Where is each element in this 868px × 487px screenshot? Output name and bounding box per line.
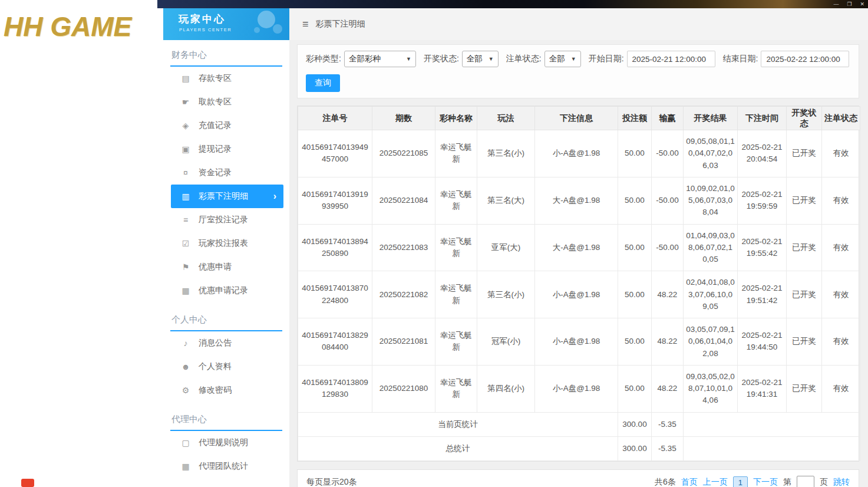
- draw-status-select[interactable]: 全部 ▼: [462, 51, 499, 67]
- bet-status-select[interactable]: 全部 ▼: [544, 51, 581, 67]
- cell-bet_status: 有效: [822, 130, 860, 177]
- page-jump-input[interactable]: [797, 476, 814, 487]
- sidebar-section-title: 个人中心: [170, 311, 282, 331]
- cell-bet_no: 401569174013809129830: [298, 365, 372, 412]
- cell-bet_time: 2025-02-21 20:04:54: [738, 130, 787, 177]
- sidebar-item-agent-team-stats[interactable]: ▦代理团队统计: [163, 455, 289, 478]
- cell-bet_time: 2025-02-21 19:55:42: [738, 224, 787, 271]
- player-bet-report-icon: ☑: [180, 239, 192, 248]
- sidebar-item-change-password[interactable]: ⚙修改密码: [163, 379, 289, 402]
- cell-bet_info: 小-A盘@1.98: [535, 271, 618, 318]
- sidebar-item-withdraw-zone[interactable]: ☛取款专区: [163, 90, 289, 114]
- filter-panel: 彩种类型: 全部彩种 ▼ 开奖状态: 全部 ▼ 注单状态:: [297, 44, 859, 98]
- sidebar-header: 玩家中心 PLAYERS CENTER: [163, 8, 289, 40]
- close-icon[interactable]: ✕: [860, 2, 864, 7]
- cell-period: 20250221081: [372, 318, 435, 366]
- cell-period: 20250221082: [372, 271, 435, 318]
- lottery-bet-details-icon: ▥: [180, 192, 192, 201]
- jump-button[interactable]: 跳转: [833, 477, 850, 487]
- minimize-icon[interactable]: —: [833, 2, 839, 7]
- cell-win_loss: 48.22: [652, 318, 684, 366]
- sidebar-item-label: 消息公告: [199, 338, 232, 348]
- cell-play: 冠军(小): [477, 318, 535, 366]
- chevron-down-icon: ▼: [406, 56, 411, 62]
- promo-apply-records-icon: ▦: [180, 286, 192, 295]
- start-date-label: 开始日期:: [589, 54, 624, 64]
- profile-icon: ☻: [180, 362, 192, 371]
- sidebar-section-title: 财务中心: [170, 46, 282, 67]
- cell-draw_status: 已开奖: [787, 365, 822, 412]
- cell-win_loss: -50.00: [652, 130, 684, 177]
- sidebar-item-promo-apply[interactable]: ⚑优惠申请: [163, 255, 289, 279]
- cell-bet_status: 有效: [822, 365, 860, 412]
- maximize-icon[interactable]: ❐: [847, 2, 852, 7]
- column-header: 开奖结果: [684, 107, 738, 130]
- cell-bet_info: 大-A盘@1.98: [535, 224, 618, 271]
- cell-win_loss: 48.22: [652, 271, 684, 318]
- column-header: 下注信息: [535, 107, 618, 130]
- end-date-label: 结束日期:: [723, 54, 758, 64]
- summary-cell: [684, 412, 860, 436]
- window-titlebar: — ❐ ✕: [157, 0, 868, 8]
- cell-lottery: 幸运飞艇新: [435, 224, 477, 271]
- jump-suffix-label: 页: [820, 477, 828, 487]
- bets-table: 注单号期数彩种名称玩法下注信息投注额输赢开奖结果下注时间开奖状态注单状态4015…: [298, 106, 860, 461]
- agent-rules-icon: ▢: [180, 438, 192, 447]
- sidebar-item-profile[interactable]: ☻个人资料: [163, 355, 289, 379]
- sidebar-item-promo-apply-records[interactable]: ▦优惠申请记录: [163, 279, 289, 302]
- cell-amount: 50.00: [618, 177, 652, 224]
- column-header: 输赢: [652, 107, 684, 130]
- sidebar-item-withdraw-records[interactable]: ▣提现记录: [163, 137, 289, 161]
- draw-status-label: 开奖状态:: [424, 54, 459, 64]
- sidebar-item-label: 优惠申请记录: [199, 285, 248, 296]
- brand-area: HH GAME: [0, 0, 163, 487]
- summary-cell: 300.00: [618, 436, 652, 460]
- column-header: 开奖状态: [787, 107, 822, 130]
- summary-cell: 300.00: [618, 412, 652, 436]
- table-row: 40156917401389425089020250221083幸运飞艇新亚军(…: [298, 224, 860, 271]
- main-area: ≡ 彩票下注明细 彩种类型: 全部彩种 ▼ 开奖状态: 全部 ▼: [289, 8, 868, 487]
- start-date-input[interactable]: [627, 51, 715, 67]
- brand-logo: HH GAME: [4, 11, 131, 42]
- sidebar-subtitle: PLAYERS CENTER: [179, 27, 232, 32]
- lottery-type-select[interactable]: 全部彩种 ▼: [344, 51, 416, 67]
- cell-win_loss: -50.00: [652, 224, 684, 271]
- sidebar-menu: 财务中心▤存款专区☛取款专区◈充值记录▣提现记录¤资金记录▥彩票下注明细›≡厅室…: [163, 40, 289, 478]
- chevron-down-icon: ▼: [571, 56, 576, 62]
- sidebar-item-funds-records[interactable]: ¤资金记录: [163, 161, 289, 185]
- summary-cell: 总统计: [298, 436, 618, 460]
- column-header: 期数: [372, 107, 435, 130]
- hall-bet-records-icon: ≡: [180, 215, 192, 225]
- first-page-link[interactable]: 首页: [681, 477, 698, 487]
- column-header: 注单状态: [822, 107, 860, 130]
- cell-bet_status: 有效: [822, 224, 860, 271]
- sidebar-item-agent-rules[interactable]: ▢代理规则说明: [163, 431, 289, 455]
- query-button[interactable]: 查询: [306, 74, 340, 92]
- cell-bet_info: 小-A盘@1.98: [535, 365, 618, 412]
- cell-draw_status: 已开奖: [787, 130, 822, 177]
- menu-toggle-icon[interactable]: ≡: [302, 18, 309, 31]
- cell-play: 第三名(大): [477, 177, 535, 224]
- table-row: 40156917401380912983020250221080幸运飞艇新第四名…: [298, 365, 860, 412]
- sidebar-item-hall-bet-records[interactable]: ≡厅室投注记录: [163, 208, 289, 232]
- draw-status-value: 全部: [467, 54, 483, 64]
- cell-lottery: 幸运飞艇新: [435, 365, 477, 412]
- sidebar-item-announcements[interactable]: ♪消息公告: [163, 331, 289, 355]
- sidebar-item-deposit-zone[interactable]: ▤存款专区: [163, 67, 289, 90]
- current-page-badge[interactable]: 1: [733, 476, 748, 487]
- cell-result: 09,03,05,02,08,07,10,01,04,06: [684, 365, 738, 412]
- column-header: 注单号: [298, 107, 372, 130]
- cell-lottery: 幸运飞艇新: [435, 271, 477, 318]
- next-page-link[interactable]: 下一页: [753, 477, 778, 487]
- withdraw-records-icon: ▣: [180, 144, 192, 154]
- sidebar-item-recharge-records[interactable]: ◈充值记录: [163, 114, 289, 137]
- sidebar-item-player-bet-report[interactable]: ☑玩家投注报表: [163, 232, 289, 255]
- sidebar-item-label: 优惠申请: [199, 262, 232, 272]
- window-controls: — ❐ ✕: [833, 0, 864, 8]
- sidebar-item-label: 充值记录: [199, 120, 232, 131]
- sidebar: 玩家中心 PLAYERS CENTER 财务中心▤存款专区☛取款专区◈充值记录▣…: [163, 8, 289, 487]
- summary-cell: -5.35: [652, 436, 684, 460]
- sidebar-item-lottery-bet-details[interactable]: ▥彩票下注明细›: [171, 185, 283, 208]
- end-date-input[interactable]: [761, 51, 849, 67]
- prev-page-link[interactable]: 上一页: [703, 477, 728, 487]
